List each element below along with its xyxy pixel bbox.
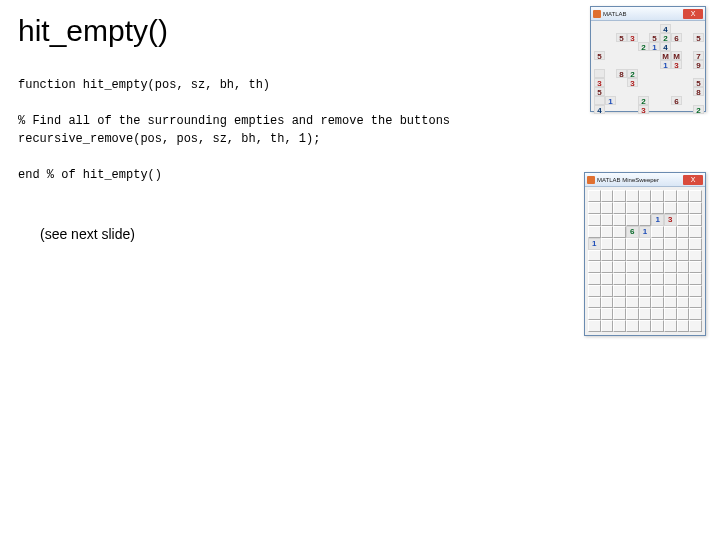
mine-cell[interactable] (651, 308, 664, 320)
mine-cell[interactable] (626, 273, 639, 285)
mine-cell[interactable] (601, 214, 614, 226)
mine-cell[interactable] (601, 320, 614, 332)
mine-cell[interactable] (588, 226, 601, 238)
mine-cell[interactable] (626, 320, 639, 332)
mine-cell[interactable] (639, 214, 652, 226)
mine-cell[interactable] (601, 226, 614, 238)
mine-cell[interactable] (588, 261, 601, 273)
mine-cell[interactable] (626, 297, 639, 309)
mine-cell[interactable] (639, 261, 652, 273)
mine-cell[interactable] (689, 320, 702, 332)
mine-cell[interactable] (613, 202, 626, 214)
mine-cell[interactable] (588, 190, 601, 202)
mine-cell[interactable] (588, 320, 601, 332)
mine-cell[interactable] (677, 285, 690, 297)
mine-cell[interactable] (664, 273, 677, 285)
mine-cell[interactable] (664, 250, 677, 262)
mine-cell[interactable] (689, 273, 702, 285)
mine-cell[interactable] (626, 238, 639, 250)
mine-cell[interactable] (664, 297, 677, 309)
mine-cell[interactable] (601, 238, 614, 250)
mine-cell[interactable] (664, 320, 677, 332)
mine-cell[interactable] (626, 190, 639, 202)
mine-cell[interactable] (677, 214, 690, 226)
mine-cell[interactable] (601, 261, 614, 273)
mine-cell[interactable] (588, 285, 601, 297)
mine-cell[interactable] (639, 238, 652, 250)
mine-cell[interactable] (664, 285, 677, 297)
mine-cell[interactable] (677, 308, 690, 320)
mine-cell[interactable] (651, 190, 664, 202)
mine-cell[interactable] (677, 202, 690, 214)
mine-cell[interactable] (601, 297, 614, 309)
mine-cell[interactable] (651, 273, 664, 285)
mine-cell[interactable] (613, 297, 626, 309)
mine-cell[interactable] (613, 308, 626, 320)
mine-cell[interactable] (613, 226, 626, 238)
mine-cell[interactable] (689, 190, 702, 202)
mine-cell[interactable] (601, 308, 614, 320)
mine-cell[interactable] (651, 202, 664, 214)
mine-cell[interactable] (588, 308, 601, 320)
mine-cell[interactable] (689, 238, 702, 250)
mine-cell[interactable] (689, 261, 702, 273)
mine-cell[interactable] (626, 261, 639, 273)
mine-cell[interactable] (601, 202, 614, 214)
mine-cell[interactable] (626, 250, 639, 262)
mine-cell[interactable] (689, 250, 702, 262)
mine-cell[interactable] (651, 238, 664, 250)
mine-cell[interactable] (664, 190, 677, 202)
mine-cell[interactable] (588, 273, 601, 285)
mine-cell[interactable] (677, 250, 690, 262)
mine-cell[interactable] (639, 190, 652, 202)
mine-cell[interactable] (639, 320, 652, 332)
mine-cell[interactable] (613, 285, 626, 297)
mine-cell[interactable] (613, 273, 626, 285)
mine-cell[interactable] (639, 202, 652, 214)
mine-cell[interactable] (639, 297, 652, 309)
mine-cell[interactable] (651, 285, 664, 297)
mine-cell[interactable] (651, 320, 664, 332)
mine-cell[interactable] (626, 202, 639, 214)
mine-cell[interactable] (689, 226, 702, 238)
mine-cell[interactable] (626, 308, 639, 320)
mine-cell[interactable] (639, 285, 652, 297)
mine-cell[interactable] (613, 238, 626, 250)
mine-cell[interactable] (689, 285, 702, 297)
mine-cell[interactable] (677, 190, 690, 202)
close-icon[interactable]: X (683, 175, 703, 185)
mine-cell[interactable] (677, 273, 690, 285)
mine-cell[interactable] (664, 202, 677, 214)
mine-cell[interactable] (601, 285, 614, 297)
mine-cell[interactable] (613, 190, 626, 202)
mine-cell[interactable] (651, 261, 664, 273)
mine-cell[interactable] (613, 250, 626, 262)
mine-cell[interactable] (677, 261, 690, 273)
mine-cell[interactable] (651, 226, 664, 238)
mine-cell[interactable] (626, 214, 639, 226)
mine-cell[interactable] (588, 250, 601, 262)
mine-cell[interactable] (651, 297, 664, 309)
mine-cell[interactable] (613, 214, 626, 226)
mine-cell[interactable] (664, 261, 677, 273)
mine-cell[interactable] (588, 202, 601, 214)
mine-cell[interactable] (664, 226, 677, 238)
mine-cell[interactable] (677, 238, 690, 250)
mine-cell[interactable] (651, 250, 664, 262)
mine-cell[interactable] (677, 320, 690, 332)
close-icon[interactable]: X (683, 9, 703, 19)
mine-cell[interactable] (601, 190, 614, 202)
mine-cell[interactable] (601, 250, 614, 262)
mine-cell[interactable] (639, 273, 652, 285)
mine-cell[interactable] (689, 297, 702, 309)
mine-cell[interactable] (689, 308, 702, 320)
mine-cell[interactable] (639, 308, 652, 320)
mine-cell[interactable] (588, 297, 601, 309)
mine-cell[interactable] (677, 297, 690, 309)
mine-cell[interactable] (626, 285, 639, 297)
mine-cell[interactable] (689, 202, 702, 214)
mine-cell[interactable] (664, 308, 677, 320)
mine-cell[interactable] (639, 250, 652, 262)
mine-cell[interactable] (601, 273, 614, 285)
mine-cell[interactable] (613, 320, 626, 332)
